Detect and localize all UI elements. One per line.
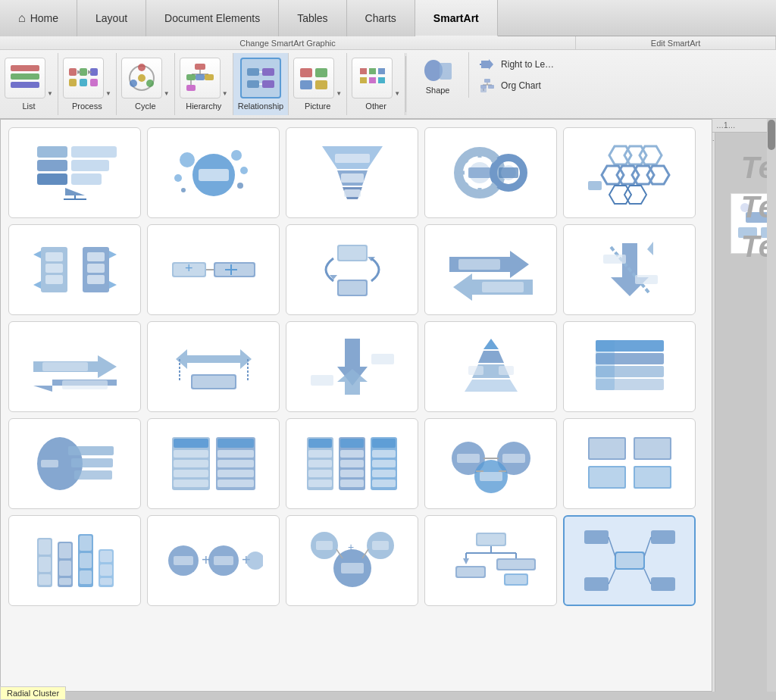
smartart-item-13[interactable] [286,321,418,412]
smartart-svg-25 [580,527,679,595]
ribbon-right-top: Shape Right to Le… [413,56,590,94]
ribbon-group-hierarchy[interactable]: ▼ Hierarchy [175,53,233,115]
smartart-svg-13 [303,333,402,401]
svg-rect-208 [590,467,624,487]
smartart-item-25[interactable] [563,515,696,606]
svg-marker-34 [360,68,367,74]
smartart-item-17[interactable] [147,418,280,509]
smartart-item-10[interactable] [563,224,696,315]
smartart-svg-7: + [164,236,263,304]
svg-rect-218 [59,578,71,585]
svg-rect-31 [315,68,327,77]
org-chart-button[interactable]: Org Chart [475,77,590,95]
cycle-label: Cycle [135,102,156,111]
smartart-item-1[interactable] [8,127,141,218]
svg-rect-260 [651,530,675,544]
svg-rect-191 [372,460,396,467]
smartart-item-16[interactable] [8,418,141,509]
cycle-dropdown[interactable]: ▼ [164,90,170,97]
tab-tables[interactable]: Tables [279,0,346,36]
svg-rect-180 [308,470,332,477]
smartart-item-14[interactable] [424,321,557,412]
svg-rect-258 [584,530,609,544]
shape-button[interactable]: Shape [413,52,462,98]
list-dropdown[interactable]: ▼ [47,90,53,97]
svg-rect-153 [499,366,514,375]
smartart-item-22[interactable]: + + [147,515,280,606]
ribbon-group-relationship[interactable]: Relationship [233,53,289,115]
tab-home[interactable]: ⌂ Home [0,0,77,36]
svg-point-65 [174,174,182,182]
picture-dropdown[interactable]: ▼ [336,90,342,97]
smartart-item-15[interactable] [563,321,696,412]
svg-rect-79 [499,167,518,178]
smartart-item-19[interactable] [424,418,557,509]
ribbon-group-other[interactable]: ▼ Other [347,53,405,115]
svg-rect-73 [344,189,361,197]
svg-rect-167 [174,460,208,467]
svg-rect-96 [588,181,602,190]
svg-rect-163 [41,460,58,467]
svg-marker-151 [465,380,518,392]
ribbon-group-process[interactable]: ▶ ▶ ▼ Process [58,53,117,115]
smartart-item-11[interactable] [8,321,141,412]
smartart-item-20[interactable] [563,418,696,509]
list-icon-box [5,58,45,98]
svg-rect-33 [315,80,327,89]
svg-rect-193 [372,480,396,487]
svg-rect-55 [71,160,109,171]
ribbon-right: Shape Right to Le… [406,53,596,115]
tab-smartart[interactable]: SmartArt [415,0,498,36]
other-icon [356,62,388,94]
other-dropdown[interactable]: ▼ [394,90,400,97]
svg-rect-146 [311,375,333,386]
smartart-item-18[interactable] [286,418,418,509]
ribbon-group-picture[interactable]: ▼ Picture [289,53,347,115]
smartart-item-8[interactable] [286,224,418,315]
smartart-item-23[interactable]: + [286,515,418,606]
smartart-item-12[interactable] [147,321,280,412]
svg-rect-226 [100,578,112,585]
svg-rect-143 [371,354,394,364]
smartart-item-2[interactable] [147,127,280,218]
shape-label: Shape [426,86,450,95]
smartart-item-3[interactable] [286,127,418,218]
svg-rect-197 [502,454,525,463]
svg-rect-204 [590,439,624,458]
smartart-svg-8 [303,236,402,304]
hierarchy-dropdown[interactable]: ▼ [222,90,228,97]
svg-rect-189 [372,439,396,448]
tab-layout[interactable]: Layout [77,0,146,36]
smartart-item-6[interactable] [8,224,141,315]
right-to-left-button[interactable]: Right to Le… [475,55,590,73]
svg-rect-27 [262,80,274,88]
smartart-item-7[interactable]: + [147,224,280,315]
edit-smartart-label: Edit SmartArt [576,36,776,49]
tab-document-elements[interactable]: Document Elements [146,0,279,36]
svg-line-265 [644,569,651,584]
svg-rect-222 [80,570,92,584]
svg-rect-131 [635,275,658,284]
svg-rect-32 [300,80,312,89]
ribbon-group-list[interactable]: ▼ List [0,53,58,115]
tooltip: Radial Cluster [0,686,66,692]
smartart-item-21[interactable] [8,515,141,606]
ribbon-group-cycle[interactable]: ▼ Cycle [117,53,175,115]
tab-charts[interactable]: Charts [347,0,415,36]
smartart-item-5[interactable] [563,127,696,218]
svg-rect-171 [217,439,254,448]
scrollbar-vertical[interactable] [767,119,776,692]
smartart-item-9[interactable] [424,224,557,315]
picture-label: Picture [305,102,330,111]
svg-rect-19 [186,74,196,80]
smartart-svg-9 [442,236,540,304]
svg-marker-37 [360,77,367,83]
svg-marker-129 [647,242,653,255]
scrollbar-thumb[interactable] [768,120,775,150]
svg-point-13 [146,80,154,87]
svg-rect-253 [498,560,534,569]
smartart-item-4[interactable] [424,127,557,218]
smartart-item-24[interactable] [424,515,557,606]
process-dropdown[interactable]: ▼ [105,90,111,97]
svg-rect-56 [71,173,102,185]
